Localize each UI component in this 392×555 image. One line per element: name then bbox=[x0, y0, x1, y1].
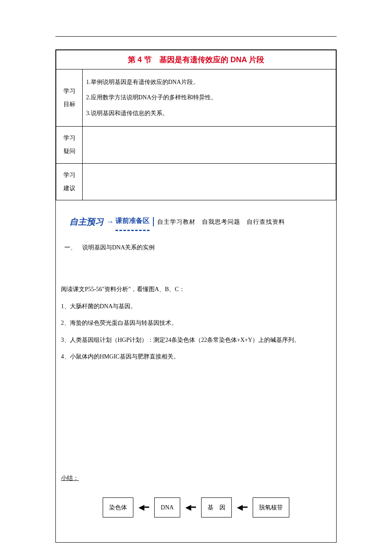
box-dna: DNA bbox=[154, 497, 180, 518]
arrow-icon: → bbox=[106, 213, 114, 231]
banner-mid: 课前准备区 bbox=[115, 213, 150, 231]
spacer bbox=[61, 268, 331, 280]
questions-content bbox=[83, 127, 336, 164]
box-chromosome: 染色体 bbox=[103, 497, 133, 518]
suggest-label: 学习建议 bbox=[56, 163, 83, 200]
goal-item: 2.应用数学方法说明DNA分子的多样性和特异性。 bbox=[86, 90, 332, 105]
point-item: 2、海蛰的绿色荧光蛋白基因与转基因技术。 bbox=[61, 316, 331, 330]
top-divider bbox=[55, 36, 337, 37]
intro-text: 阅读课文P55-56"资料分析"，看懂图A、B、C： bbox=[61, 282, 331, 297]
document-frame: 第 4 节 基因是有遗传效应的 DNA 片段 学习目标 1.举例说明基因是有遗传… bbox=[55, 49, 337, 543]
section-banner: 自主预习 → 课前准备区 自主学习教材 自我思考问题 自行查找资料 bbox=[69, 211, 331, 232]
suggest-content bbox=[83, 163, 336, 200]
box-nucleotide: 脱氧核苷 bbox=[253, 497, 289, 518]
box-gene: 基 因 bbox=[201, 497, 232, 518]
point-item: 3、人类基因组计划（HGP计划）：测定24条染色体（22条常染色体+X+Y）上的… bbox=[61, 333, 331, 347]
page-container: 第 4 节 基因是有遗传效应的 DNA 片段 学习目标 1.举例说明基因是有遗传… bbox=[0, 0, 392, 555]
summary-label: 小结： bbox=[61, 471, 79, 486]
point-item: 4、小鼠体内的HMGIC基因与肥胖直接相关。 bbox=[61, 350, 331, 364]
point-item: 1、大肠杆菌的DNA与基因。 bbox=[61, 299, 331, 314]
header-table: 第 4 节 基因是有遗传效应的 DNA 片段 学习目标 1.举例说明基因是有遗传… bbox=[56, 50, 336, 200]
goals-label: 学习目标 bbox=[56, 69, 83, 127]
goals-content: 1.举例说明基因是有遗传效应的DNA片段。 2.应用数学方法说明DNA分子的多样… bbox=[83, 69, 336, 127]
questions-label: 学习疑问 bbox=[56, 127, 83, 164]
arrow-left-icon: ◀━ bbox=[237, 503, 248, 511]
banner-left: 自主预习 bbox=[69, 211, 104, 232]
banner-divider bbox=[153, 217, 154, 226]
goal-item: 1.举例说明基因是有遗传效应的DNA片段。 bbox=[86, 75, 332, 90]
spacer bbox=[61, 367, 331, 471]
summary-diagram: 染色体 ◀━ DNA ◀━ 基 因 ◀━ 脱氧核苷 bbox=[61, 497, 331, 518]
section-heading: 一、 说明基因与DNA关系的实例 bbox=[64, 240, 331, 255]
lesson-title: 第 4 节 基因是有遗传效应的 DNA 片段 bbox=[56, 50, 336, 69]
body-content: 自主预习 → 课前准备区 自主学习教材 自我思考问题 自行查找资料 一、 说明基… bbox=[56, 200, 336, 542]
arrow-left-icon: ◀━ bbox=[185, 503, 196, 511]
goal-item: 3.说明基因和遗传信息的关系。 bbox=[86, 106, 332, 121]
banner-right: 自主学习教材 自我思考问题 自行查找资料 bbox=[157, 215, 285, 229]
arrow-left-icon: ◀━ bbox=[138, 503, 149, 511]
